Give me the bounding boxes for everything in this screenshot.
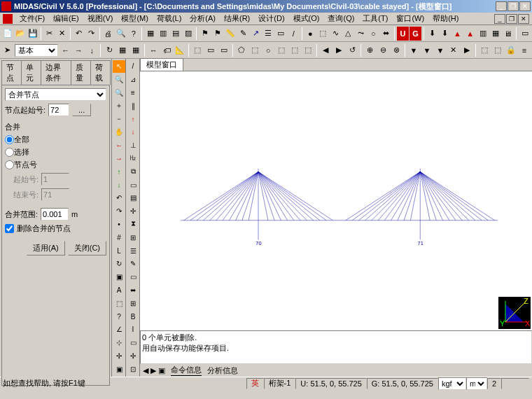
g-button[interactable]: G (410, 27, 421, 41)
menu-tools[interactable]: 工具(T) (358, 13, 392, 24)
menu-view[interactable]: 视图(V) (83, 13, 118, 24)
edit-icon[interactable]: ✎ (237, 27, 249, 41)
vt2-22-icon[interactable]: ▭ (127, 337, 139, 349)
t24-icon[interactable]: ▭ (218, 43, 230, 57)
t39-icon[interactable]: ✕ (447, 43, 460, 57)
vt1-zoomwin-icon[interactable]: 🔍 (113, 87, 125, 99)
vt1-rotr-icon[interactable]: ↷ (113, 205, 125, 218)
vt2-16-icon[interactable]: ✎ (127, 258, 139, 270)
minimize-button[interactable]: _ (496, 1, 507, 11)
vt1-axes-icon[interactable]: L (113, 244, 125, 257)
element-icon[interactable]: ⬚ (317, 27, 329, 41)
arrow-icon[interactable]: ↗ (250, 27, 262, 41)
menu-mode[interactable]: 模式(O) (289, 13, 324, 24)
btab-analysis[interactable]: 分析信息 (207, 365, 238, 376)
vt1-zoom-icon[interactable]: 🔍 (113, 74, 125, 86)
t42-icon[interactable]: ⬚ (491, 43, 504, 57)
vt2-12-icon[interactable]: ✢ (127, 205, 139, 218)
load4-icon[interactable]: ▲ (464, 27, 476, 41)
menu-analysis[interactable]: 分析(A) (186, 13, 220, 24)
menu-model[interactable]: 模型(M) (117, 13, 153, 24)
save-button[interactable]: 💾 (27, 27, 38, 41)
nav-back[interactable]: ← (59, 43, 71, 57)
menu-design[interactable]: 设计(D) (254, 13, 288, 24)
vt1-zoomin-icon[interactable]: ＋ (113, 99, 125, 112)
t35-icon[interactable]: ⊗ (390, 43, 402, 57)
pointer-icon[interactable]: ➤ (1, 43, 14, 57)
nav-down[interactable]: ↓ (85, 43, 98, 57)
menu-help[interactable]: 帮助(H) (428, 13, 463, 24)
result2-icon[interactable]: ▦ (489, 27, 501, 41)
mdi-close-button[interactable]: ✕ (518, 14, 529, 24)
tab-mass[interactable]: 质量 (71, 60, 91, 85)
grid-button[interactable]: ▦ (144, 27, 156, 41)
mdi-minimize-button[interactable]: _ (494, 14, 505, 24)
tolerance-input[interactable] (41, 208, 69, 220)
vt2-8-icon[interactable]: ㎐ (127, 153, 139, 165)
close-button[interactable]: ✕ (519, 1, 531, 11)
vt2-9-icon[interactable]: ⧉ (127, 165, 139, 178)
tag-icon[interactable]: 🏷 (160, 43, 173, 57)
t34-icon[interactable]: ⊖ (377, 43, 389, 57)
t41-icon[interactable]: ⬚ (478, 43, 491, 57)
cut-button[interactable]: ✂ (43, 27, 55, 41)
start-num-input[interactable] (48, 104, 69, 116)
solid-button[interactable]: ▤ (169, 27, 181, 41)
vt1-display-icon[interactable]: ▣ (113, 363, 125, 375)
unit-length-combo[interactable]: m (466, 377, 487, 390)
select-circ-icon[interactable]: ○ (262, 43, 274, 57)
vt1-panr-icon[interactable]: → (113, 153, 125, 165)
member-icon[interactable]: ⬌ (380, 27, 392, 41)
t40-icon[interactable]: ▶ (461, 43, 473, 57)
t33-icon[interactable]: ⊕ (363, 43, 376, 57)
tab-load[interactable]: 荷载 (90, 60, 111, 85)
vt1-pick-icon[interactable]: A (113, 284, 125, 297)
vt1-panl-icon[interactable]: ← (113, 139, 125, 152)
vt2-2-icon[interactable]: ⊿ (127, 74, 139, 86)
u-button[interactable]: U (397, 27, 409, 41)
vt2-21-icon[interactable]: I (127, 323, 139, 336)
preview-button[interactable]: 🔍 (115, 27, 127, 41)
t23-icon[interactable]: ▭ (204, 43, 217, 57)
menu-load[interactable]: 荷载(L) (153, 13, 186, 24)
prop-icon[interactable]: ☰ (262, 27, 274, 41)
select-rect-icon[interactable]: ⬚ (248, 43, 261, 57)
select-inv-icon[interactable]: ⬚ (302, 43, 314, 57)
vt2-6-icon[interactable]: ↓ (127, 126, 139, 139)
t32-icon[interactable]: ↺ (346, 43, 358, 57)
tab-boundary[interactable]: 边界条件 (41, 60, 71, 85)
vt1-panu-icon[interactable]: ↑ (113, 165, 125, 178)
mode-combo[interactable]: 基本 (15, 44, 58, 57)
redo-button[interactable]: ↷ (85, 27, 97, 41)
vt2-23-icon[interactable]: ✢ (127, 350, 139, 363)
apply-button[interactable]: 适用(A) (27, 241, 65, 255)
vt2-1-icon[interactable]: / (127, 60, 139, 73)
vt1-zoomout-icon[interactable]: － (113, 113, 125, 125)
link-icon[interactable]: ∿ (330, 27, 342, 41)
tab-node[interactable]: 节点 (1, 60, 22, 85)
undo-button[interactable]: ↶ (73, 27, 85, 41)
vt2-11-icon[interactable]: ▤ (127, 192, 139, 204)
vt2-17-icon[interactable]: ▭ (127, 271, 139, 284)
ruler2-icon[interactable]: 📐 (174, 43, 186, 57)
btab-cmd[interactable]: 命令信息 (171, 365, 202, 376)
vt2-19-icon[interactable]: ⊞ (127, 297, 139, 309)
vt2-20-icon[interactable]: B (127, 310, 139, 323)
line-tool-icon[interactable]: / (288, 27, 300, 41)
section-icon[interactable]: ▭ (275, 27, 287, 41)
select-none-icon[interactable]: ⬚ (288, 43, 301, 57)
vt1-measure-icon[interactable]: ∠ (113, 323, 125, 336)
tab-element[interactable]: 单元 (21, 60, 41, 85)
result1-icon[interactable]: ▥ (477, 27, 489, 41)
load2-icon[interactable]: ⬇ (439, 27, 451, 41)
result3-icon[interactable]: 🖥 (502, 27, 514, 41)
vt1-move-icon[interactable]: ✢ (113, 350, 125, 363)
maximize-button[interactable]: ❐ (507, 1, 519, 11)
vt2-5-icon[interactable]: ↑ (127, 113, 139, 125)
vt2-3-icon[interactable]: ≡ (127, 87, 139, 99)
delete-merge-checkbox[interactable] (5, 224, 14, 233)
select-poly-icon[interactable]: ⬠ (235, 43, 248, 57)
grid-icon[interactable]: ▦ (116, 43, 129, 57)
release-icon[interactable]: ○ (368, 27, 379, 41)
vt2-4-icon[interactable]: ∥ (127, 99, 139, 112)
